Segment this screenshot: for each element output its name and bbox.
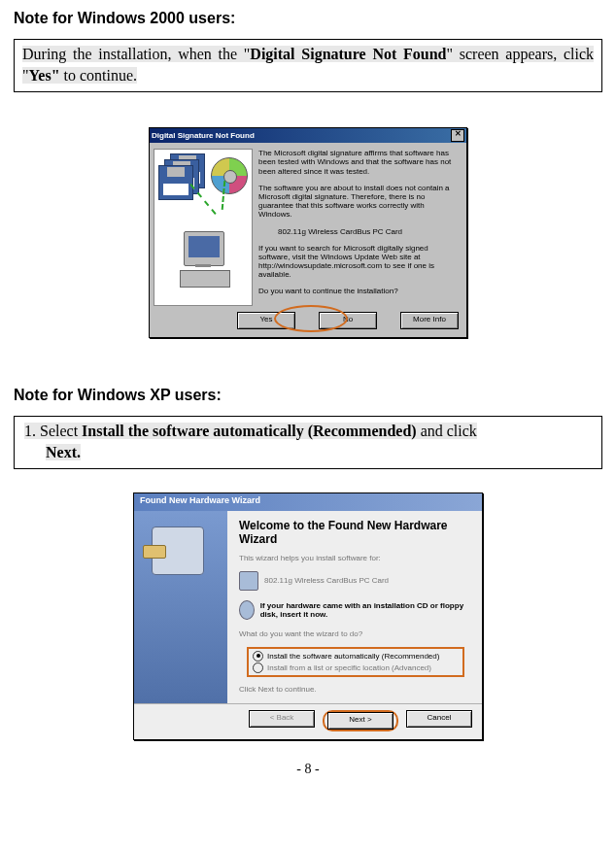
note-bold-yes: Yes" <box>29 67 60 84</box>
section-heading-win2000: Note for Windows 2000 users: <box>14 10 602 27</box>
cancel-button[interactable]: Cancel <box>406 710 472 728</box>
yes-button[interactable]: Yes <box>237 312 295 329</box>
page-number: - 8 - <box>14 762 602 777</box>
dialog-text: If you want to search for Microsoft digi… <box>258 244 459 280</box>
radio-icon <box>253 651 263 662</box>
dialog-text: The Microsoft digital signature affirms … <box>258 149 459 176</box>
computer-icon <box>178 231 232 289</box>
dialog-found-new-hardware: Found New Hardware Wizard Welcome to the… <box>133 492 483 740</box>
note-text: and click <box>417 423 477 439</box>
dialog-text: The software you are about to install do… <box>258 184 459 220</box>
hardware-icon <box>152 526 204 575</box>
dialog-digital-signature: Digital Signature Not Found ✕ The Micros… <box>149 127 467 338</box>
note-text: 1. Select <box>24 423 82 439</box>
wizard-click-next: Click Next to continue. <box>239 685 468 695</box>
radio-label: Install from a list or specific location… <box>267 663 431 672</box>
cd-icon <box>211 157 248 194</box>
device-name: 802.11g Wireless CardBus PC Card <box>264 576 389 585</box>
note-box-win2000: During the installation, when the "Digit… <box>14 39 602 92</box>
note-bold-next: Next. <box>46 444 81 460</box>
cd-note-text: If your hardware came with an installati… <box>260 601 468 619</box>
back-button[interactable]: < Back <box>249 710 315 728</box>
wizard-device: 802.11g Wireless CardBus PC Card <box>239 571 468 591</box>
dialog-button-row: < Back Next > Cancel <box>134 703 482 739</box>
dialog-titlebar: Digital Signature Not Found ✕ <box>150 128 466 143</box>
radio-label: Install the software automatically (Reco… <box>267 652 439 661</box>
dialog-button-row: Yes No More Info <box>150 308 466 337</box>
note-box-winxp: 1. Select Install the software automatic… <box>14 416 602 469</box>
cd-icon <box>239 600 255 620</box>
wizard-intro: This wizard helps you install software f… <box>239 554 468 563</box>
dialog-message: The Microsoft digital signature affirms … <box>258 149 459 306</box>
dialog-graphic <box>154 149 253 306</box>
floppy-icon <box>158 165 193 200</box>
wizard-welcome-title: Welcome to the Found New Hardware Wizard <box>239 519 468 546</box>
highlight-annotation: Install the software automatically (Reco… <box>247 647 464 677</box>
radio-icon <box>253 662 263 673</box>
note-text: During the installation, when the " <box>22 46 250 62</box>
wizard-cd-note: If your hardware came with an installati… <box>239 600 468 620</box>
section-heading-winxp: Note for Windows XP users: <box>14 387 602 404</box>
note-bold-dsig: Digital Signature Not Found <box>250 46 446 62</box>
device-name: 802.11g Wireless CardBus PC Card <box>258 227 459 236</box>
radio-install-auto[interactable]: Install the software automatically (Reco… <box>251 651 461 662</box>
close-icon[interactable]: ✕ <box>451 129 464 142</box>
radio-install-advanced[interactable]: Install from a list or specific location… <box>251 662 461 673</box>
wizard-prompt: What do you want the wizard to do? <box>239 629 468 639</box>
more-info-button[interactable]: More Info <box>400 312 459 329</box>
next-button[interactable]: Next > <box>327 712 394 730</box>
note-text: to continue. <box>60 67 138 84</box>
dialog-titlebar: Found New Hardware Wizard <box>134 493 482 511</box>
dialog-prompt: Do you want to continue the installation… <box>258 287 459 295</box>
device-icon <box>239 571 258 591</box>
dialog-title: Digital Signature Not Found <box>152 131 447 140</box>
note-bold-install-auto: Install the software automatically (Reco… <box>82 423 417 439</box>
highlight-annotation: Next > <box>323 710 398 731</box>
wizard-sidebar <box>134 511 227 703</box>
wizard-content: Welcome to the Found New Hardware Wizard… <box>227 511 482 703</box>
no-button[interactable]: No <box>319 312 377 329</box>
